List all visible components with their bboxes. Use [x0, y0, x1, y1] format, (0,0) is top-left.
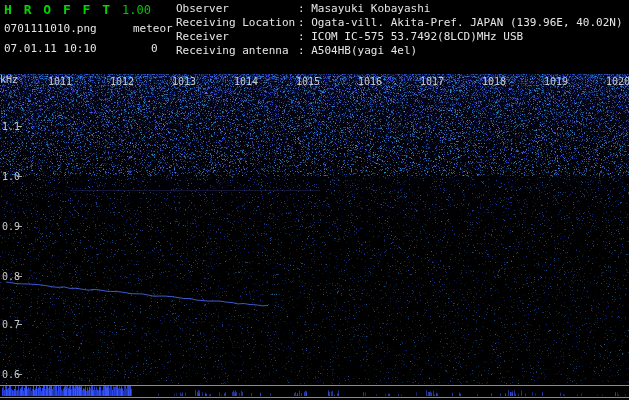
- x-tick-label: 1014: [233, 76, 259, 87]
- app-version: 1.00: [122, 3, 151, 17]
- meteor-count: 0: [151, 42, 158, 55]
- info-label: Observer: [176, 2, 298, 16]
- y-axis-unit: kHz: [0, 74, 18, 85]
- x-tick-label: 1015: [295, 76, 321, 87]
- timestamp: 07.01.11 10:10: [4, 42, 97, 55]
- y-tick-mark: [17, 226, 22, 227]
- info-value: Ogata-vill. Akita-Pref. JAPAN (139.96E, …: [311, 16, 622, 29]
- y-tick-mark: [17, 176, 22, 177]
- strip-divider-top: [0, 385, 629, 386]
- header: H R O F F T 1.00 0701111010.png meteor 0…: [0, 0, 629, 70]
- x-tick-label: 1011: [47, 76, 73, 87]
- info-value: A504HB(yagi 4el): [311, 44, 417, 57]
- info-value: ICOM IC-575 53.7492(8LCD)MHz USB: [311, 30, 523, 43]
- y-tick-mark: [17, 324, 22, 325]
- hrofft-screen: H R O F F T 1.00 0701111010.png meteor 0…: [0, 0, 629, 400]
- app-title: H R O F F T: [4, 2, 112, 17]
- y-tick-mark: [17, 126, 22, 127]
- info-row-observer: Observer: Masayuki Kobayashi: [176, 2, 623, 16]
- x-tick-label: 1019: [543, 76, 569, 87]
- info-colon: :: [298, 44, 311, 57]
- info-label: Receiver: [176, 30, 298, 44]
- x-tick-label: 1017: [419, 76, 445, 87]
- y-tick-mark: [17, 276, 22, 277]
- x-tick-label: 1012: [109, 76, 135, 87]
- x-tick-label: 1018: [481, 76, 507, 87]
- info-colon: :: [298, 2, 311, 15]
- info-row-antenna: Receiving antenna: A504HB(yagi 4el): [176, 44, 623, 58]
- info-colon: :: [298, 16, 311, 29]
- filename: 0701111010.png: [4, 22, 97, 35]
- strip-divider-bottom: [0, 397, 629, 398]
- info-value: Masayuki Kobayashi: [311, 2, 430, 15]
- x-tick-label: 1013: [171, 76, 197, 87]
- info-label: Receiving antenna: [176, 44, 298, 58]
- station-info: Observer: Masayuki Kobayashi Receiving L…: [176, 2, 623, 58]
- info-label: Receiving Location: [176, 16, 298, 30]
- x-tick-label: 1020: [605, 76, 629, 87]
- x-tick-label: 1016: [357, 76, 383, 87]
- y-tick-mark: [17, 374, 22, 375]
- meteor-label: meteor: [133, 22, 173, 35]
- info-row-location: Receiving Location: Ogata-vill. Akita-Pr…: [176, 16, 623, 30]
- info-row-receiver: Receiver: ICOM IC-575 53.7492(8LCD)MHz U…: [176, 30, 623, 44]
- info-colon: :: [298, 30, 311, 43]
